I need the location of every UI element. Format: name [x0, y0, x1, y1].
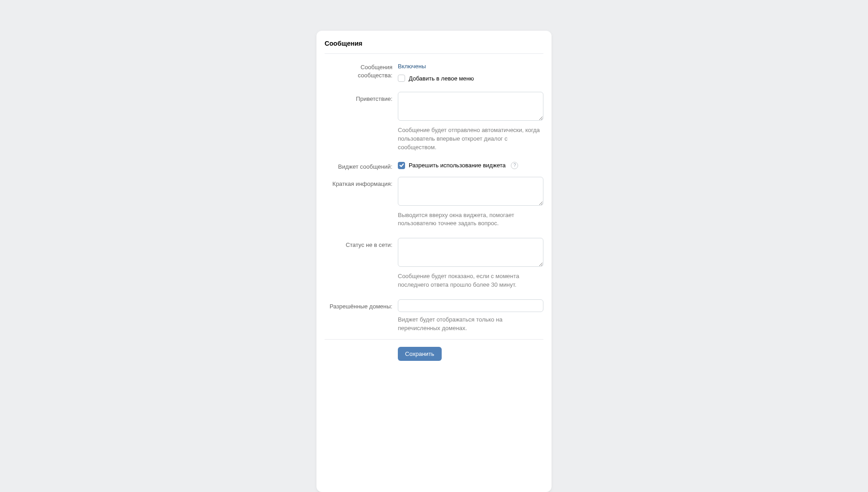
- card-header: Сообщения: [325, 31, 543, 54]
- label-allow-widget[interactable]: Разрешить использование виджета: [409, 162, 505, 169]
- label-add-to-left-menu[interactable]: Добавить в левое меню: [409, 75, 474, 82]
- helper-offline-status: Сообщение будет показано, если с момента…: [398, 272, 543, 289]
- helper-allowed-domains: Виджет будет отображаться только на пере…: [398, 316, 543, 333]
- help-icon[interactable]: ?: [511, 162, 518, 169]
- save-button[interactable]: Сохранить: [398, 347, 442, 361]
- settings-card: Сообщения Сообщения сообщества: Включены…: [316, 31, 552, 492]
- row-greeting: Приветствие: Сообщение будет отправлено …: [325, 92, 543, 152]
- textarea-offline-status[interactable]: [398, 238, 543, 267]
- input-allowed-domains[interactable]: [398, 299, 543, 312]
- checkbox-add-to-left-menu[interactable]: [398, 75, 405, 82]
- row-widget: Виджет сообщений: Разрешить использовани…: [325, 162, 543, 170]
- helper-short-info: Выводится вверху окна виджета, помогает …: [398, 211, 543, 228]
- row-short-info: Краткая информация: Выводится вверху окн…: [325, 177, 543, 228]
- button-row: Сохранить: [325, 347, 543, 361]
- textarea-greeting[interactable]: [398, 92, 543, 121]
- row-community-messages: Сообщения сообщества: Включены Добавить …: [325, 62, 543, 82]
- label-allowed-domains: Разрешённые домены:: [330, 303, 392, 310]
- link-community-messages-status[interactable]: Включены: [398, 62, 426, 70]
- label-offline-status: Статус не в сети:: [346, 241, 392, 248]
- helper-greeting: Сообщение будет отправлено автоматически…: [398, 126, 543, 152]
- row-allowed-domains: Разрешённые домены: Виджет будет отображ…: [325, 299, 543, 333]
- checkbox-allow-widget[interactable]: [398, 162, 405, 169]
- card-title: Сообщения: [325, 40, 543, 47]
- label-greeting: Приветствие:: [356, 95, 392, 102]
- divider: [325, 339, 543, 340]
- label-short-info: Краткая информация:: [332, 180, 392, 187]
- label-community-messages: Сообщения сообщества:: [358, 64, 392, 79]
- label-widget: Виджет сообщений:: [338, 163, 392, 170]
- row-offline-status: Статус не в сети: Сообщение будет показа…: [325, 238, 543, 289]
- textarea-short-info[interactable]: [398, 177, 543, 206]
